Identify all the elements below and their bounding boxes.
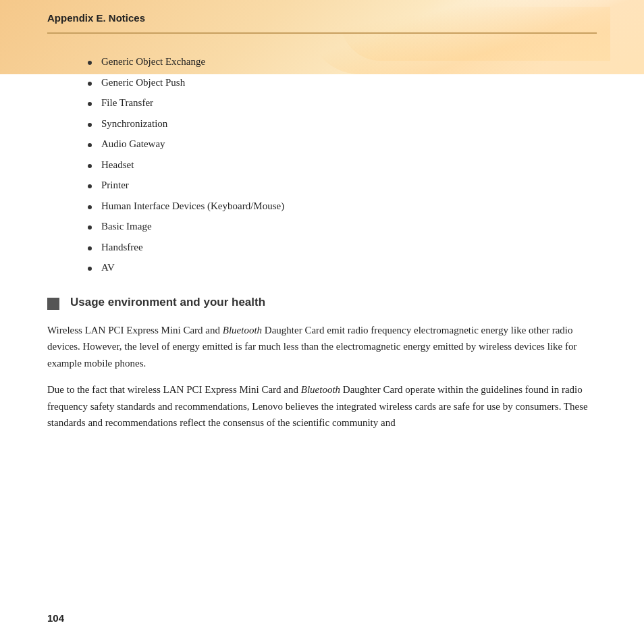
- list-item-text: Handsfree: [101, 240, 143, 255]
- bullet-icon: [88, 164, 92, 168]
- list-item-text: Basic Image: [101, 219, 152, 234]
- list-item: Basic Image: [88, 219, 597, 234]
- bullet-icon: [88, 61, 92, 65]
- list-item: File Transfer: [88, 95, 597, 111]
- italic-bluetooth-1: Bluetooth: [223, 325, 262, 336]
- bullet-icon: [88, 246, 92, 250]
- list-item: AV: [88, 260, 597, 275]
- list-item: Headset: [88, 157, 597, 173]
- list-item-text: Synchronization: [101, 116, 167, 132]
- list-item: Audio Gateway: [88, 136, 597, 152]
- list-item-text: AV: [101, 260, 115, 275]
- list-item: Generic Object Push: [88, 75, 597, 90]
- list-item: Generic Object Exchange: [88, 54, 597, 70]
- bullet-icon: [88, 82, 92, 86]
- list-item-text: Generic Object Exchange: [101, 54, 205, 70]
- list-item-text: Audio Gateway: [101, 136, 165, 152]
- list-item: Human Interface Devices (Keyboard/Mouse): [88, 198, 597, 214]
- bullet-icon: [88, 123, 92, 127]
- section-heading: Usage environment and your health: [70, 296, 265, 309]
- list-item-text: Printer: [101, 178, 129, 193]
- italic-bluetooth-2: Bluetooth: [301, 384, 340, 395]
- page-title: Appendix E. Notices: [47, 12, 145, 24]
- body-paragraph-1: Wireless LAN PCI Express Mini Card and B…: [47, 322, 597, 372]
- bullet-icon: [88, 267, 92, 271]
- page-header: Appendix E. Notices: [47, 0, 597, 34]
- bullet-list: Generic Object Exchange Generic Object P…: [88, 54, 597, 275]
- list-item: Handsfree: [88, 240, 597, 255]
- list-item: Synchronization: [88, 116, 597, 132]
- list-item-text: File Transfer: [101, 95, 153, 111]
- bullet-icon: [88, 205, 92, 209]
- bullet-icon: [88, 184, 92, 188]
- page-content: Appendix E. Notices Generic Object Excha…: [0, 0, 644, 431]
- list-item-text: Generic Object Push: [101, 75, 185, 90]
- bullet-icon: [88, 225, 92, 230]
- section-square-icon: [47, 298, 59, 310]
- bullet-icon: [88, 102, 92, 106]
- list-item-text: Headset: [101, 157, 134, 173]
- list-item: Printer: [88, 178, 597, 193]
- list-item-text: Human Interface Devices (Keyboard/Mouse): [101, 198, 284, 214]
- body-paragraph-2: Due to the fact that wireless LAN PCI Ex…: [47, 381, 597, 431]
- bullet-icon: [88, 143, 92, 147]
- section-heading-wrapper: Usage environment and your health: [47, 296, 597, 310]
- page-number: 104: [47, 612, 64, 624]
